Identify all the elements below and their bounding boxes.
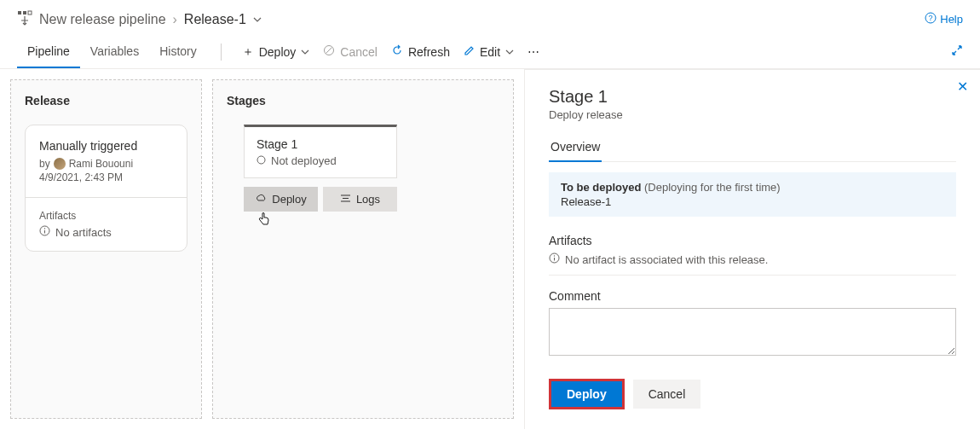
stage-card[interactable]: Stage 1 Not deployed [244, 125, 397, 178]
plus-icon: ＋ [242, 44, 254, 60]
comment-textarea[interactable] [549, 308, 956, 356]
cancel-button: Cancel [316, 39, 384, 64]
toolbar-separator [221, 44, 222, 61]
panel-title-stages: Stages [227, 94, 499, 107]
stage-name: Stage 1 [257, 137, 384, 151]
no-artifacts-text: No artifacts [55, 226, 112, 239]
info-icon [39, 225, 50, 239]
svg-line-6 [326, 48, 332, 54]
svg-point-16 [554, 255, 555, 256]
deploy-menu-button[interactable]: ＋ Deploy [235, 39, 317, 65]
stage-status-text: Not deployed [271, 154, 337, 167]
chevron-down-icon [301, 48, 309, 56]
circle-icon [257, 154, 266, 167]
cloud-icon [255, 193, 267, 206]
deploy-box-sub: (Deploying for the first time) [644, 181, 781, 194]
release-card[interactable]: Manually triggered by Rami Bououni 4/9/2… [25, 125, 187, 252]
svg-point-9 [44, 228, 45, 229]
refresh-button[interactable]: Refresh [384, 39, 457, 64]
artifacts-label: Artifacts [39, 210, 173, 222]
breadcrumb-parent[interactable]: New release pipeline [39, 12, 166, 27]
deploy-box-release: Release-1 [561, 195, 944, 208]
stages-panel: Stages Stage 1 Not deployed Deploy [212, 79, 514, 419]
logs-icon [340, 193, 351, 206]
deploy-box-label: To be deployed [561, 181, 641, 194]
chevron-down-icon [505, 48, 514, 56]
help-icon: ? [925, 12, 937, 26]
refresh-icon [391, 44, 403, 59]
side-panel-title: Stage 1 [549, 87, 956, 107]
info-icon [549, 252, 560, 266]
tab-variables[interactable]: Variables [80, 36, 149, 68]
svg-text:?: ? [929, 14, 933, 22]
side-panel-subtitle: Deploy release [549, 108, 956, 121]
more-icon: ⋯ [527, 45, 539, 59]
no-artifact-message: No artifact is associated with this rele… [565, 253, 768, 266]
svg-rect-0 [18, 11, 21, 15]
svg-rect-2 [28, 11, 32, 15]
release-timestamp: 4/9/2021, 2:43 PM [39, 171, 173, 183]
close-icon[interactable]: ✕ [957, 78, 968, 95]
artifacts-header: Artifacts [549, 234, 956, 247]
tab-pipeline[interactable]: Pipeline [17, 36, 80, 68]
expand-icon[interactable] [951, 44, 963, 59]
deploy-status-box: To be deployed (Deploying for the first … [549, 172, 956, 217]
deploy-button[interactable]: Deploy [549, 379, 625, 409]
stage-deploy-button[interactable]: Deploy [244, 187, 318, 212]
release-user: Rami Bououni [69, 158, 133, 170]
svg-rect-1 [23, 11, 26, 15]
cancel-button-panel[interactable]: Cancel [633, 380, 701, 409]
help-link[interactable]: ? Help [925, 12, 963, 26]
chevron-down-icon[interactable] [253, 12, 262, 27]
cancel-icon [323, 44, 335, 59]
more-menu-button[interactable]: ⋯ [521, 40, 546, 64]
cursor-icon [257, 212, 530, 229]
breadcrumb: New release pipeline › Release-1 [39, 12, 262, 27]
avatar [54, 158, 66, 170]
panel-title-release: Release [25, 94, 187, 107]
tab-overview[interactable]: Overview [549, 135, 602, 162]
deploy-side-panel: ✕ Stage 1 Deploy release Overview To be … [524, 69, 980, 429]
release-trigger: Manually triggered [39, 139, 173, 153]
edit-icon [464, 45, 475, 59]
stage-logs-button[interactable]: Logs [323, 187, 397, 212]
pipeline-icon [17, 10, 32, 28]
release-panel: Release Manually triggered by Rami Bouou… [10, 79, 202, 419]
comment-label: Comment [549, 289, 956, 303]
tab-history[interactable]: History [149, 36, 207, 68]
breadcrumb-current[interactable]: Release-1 [184, 12, 246, 27]
edit-menu-button[interactable]: Edit [457, 40, 521, 64]
chevron-right-icon: › [173, 12, 177, 27]
svg-point-10 [257, 156, 265, 164]
